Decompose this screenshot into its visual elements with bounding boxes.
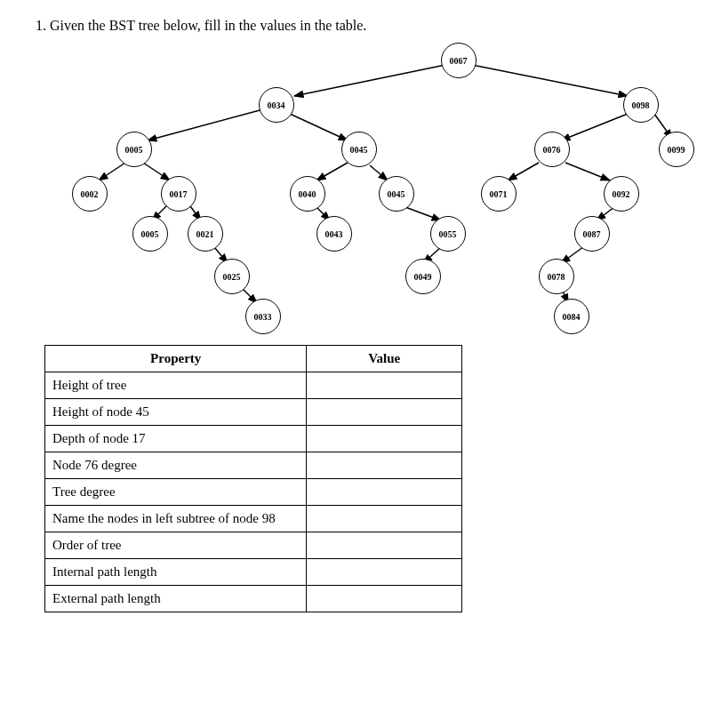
node-0045b: 0045 <box>379 176 414 212</box>
node-0033: 0033 <box>245 299 281 334</box>
question-text: 1. Given the BST tree below, fill in the… <box>36 18 685 34</box>
table-row: Depth of node 17 <box>45 426 462 452</box>
bst-tree: 0067 0034 0098 0005 0045 0076 0099 0002 … <box>36 43 685 336</box>
node-0017: 0017 <box>161 176 196 212</box>
property-cell: Name the nodes in left subtree of node 9… <box>45 506 307 532</box>
property-cell: Order of tree <box>45 532 307 559</box>
table-row: Internal path length <box>45 559 462 586</box>
node-0045: 0045 <box>341 132 377 167</box>
node-0049: 0049 <box>405 259 441 294</box>
node-0087: 0087 <box>574 216 610 252</box>
property-cell: Node 76 degree <box>45 452 307 479</box>
value-cell[interactable] <box>307 426 462 452</box>
table-row: Name the nodes in left subtree of node 9… <box>45 506 462 532</box>
node-0055: 0055 <box>430 216 466 252</box>
svg-line-0 <box>294 65 445 96</box>
svg-line-10 <box>508 163 539 180</box>
value-cell[interactable] <box>307 452 462 479</box>
node-0076: 0076 <box>534 132 570 167</box>
value-cell[interactable] <box>307 532 462 559</box>
table-row: Order of tree <box>45 532 462 559</box>
svg-line-4 <box>561 114 628 140</box>
node-0043: 0043 <box>316 216 352 252</box>
node-0078: 0078 <box>539 259 574 294</box>
property-cell: Height of node 45 <box>45 399 307 426</box>
svg-line-2 <box>148 109 263 140</box>
table-row: Height of tree <box>45 372 462 399</box>
node-0092: 0092 <box>604 176 639 212</box>
node-0025: 0025 <box>214 259 250 294</box>
node-0034: 0034 <box>259 87 294 123</box>
property-cell: Depth of node 17 <box>45 426 307 452</box>
node-0071: 0071 <box>481 176 517 212</box>
table-row: Tree degree <box>45 479 462 506</box>
table-row: Node 76 degree <box>45 452 462 479</box>
svg-line-7 <box>143 163 170 180</box>
svg-line-9 <box>370 165 388 180</box>
value-cell[interactable] <box>307 399 462 426</box>
svg-line-3 <box>290 114 348 140</box>
svg-line-11 <box>565 163 610 180</box>
property-cell: Height of tree <box>45 372 307 399</box>
tree-edges <box>36 43 685 336</box>
table-row: External path length <box>45 586 462 612</box>
value-cell[interactable] <box>307 559 462 586</box>
properties-table: Property Value Height of tree Height of … <box>44 345 462 612</box>
header-value: Value <box>307 346 462 372</box>
value-cell[interactable] <box>307 479 462 506</box>
node-0099: 0099 <box>659 132 694 167</box>
node-0005: 0005 <box>116 132 152 167</box>
value-cell[interactable] <box>307 506 462 532</box>
property-cell: External path length <box>45 586 307 612</box>
node-0005b: 0005 <box>132 216 168 252</box>
property-cell: Tree degree <box>45 479 307 506</box>
value-cell[interactable] <box>307 586 462 612</box>
header-property: Property <box>45 346 307 372</box>
node-0098: 0098 <box>623 87 659 123</box>
svg-line-8 <box>316 163 348 180</box>
node-0040: 0040 <box>290 176 325 212</box>
node-0084: 0084 <box>554 299 589 334</box>
svg-line-15 <box>405 207 441 220</box>
svg-line-1 <box>472 65 628 96</box>
node-0002: 0002 <box>72 176 108 212</box>
property-cell: Internal path length <box>45 559 307 586</box>
node-0067: 0067 <box>441 43 477 78</box>
node-0021: 0021 <box>188 216 223 252</box>
svg-line-6 <box>99 163 125 180</box>
value-cell[interactable] <box>307 372 462 399</box>
table-row: Height of node 45 <box>45 399 462 426</box>
